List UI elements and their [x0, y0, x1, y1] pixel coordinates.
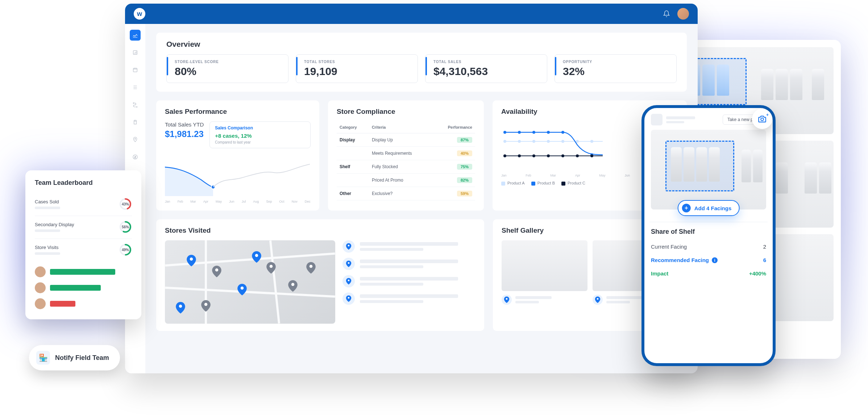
- svg-point-30: [241, 286, 244, 290]
- svg-point-11: [561, 140, 564, 143]
- gallery-item[interactable]: [502, 240, 587, 305]
- store-icon: 🏪: [36, 351, 50, 365]
- notifications-icon[interactable]: [663, 10, 670, 17]
- stores-visited-title: Stores Visited: [165, 227, 475, 235]
- availability-chart: [501, 121, 603, 172]
- svg-point-38: [348, 279, 350, 281]
- store-thumbnail-icon: [651, 114, 663, 125]
- location-pin-icon: [502, 295, 512, 305]
- info-icon[interactable]: i: [712, 257, 718, 263]
- svg-point-35: [310, 265, 313, 268]
- col-performance: Performance: [433, 121, 475, 133]
- nav-reports-icon[interactable]: [130, 47, 141, 58]
- table-row: DisplayDisplay Up 87%: [337, 133, 475, 147]
- svg-point-33: [204, 303, 208, 306]
- svg-point-14: [503, 131, 506, 134]
- svg-point-40: [506, 298, 508, 300]
- svg-point-12: [576, 140, 579, 143]
- nav-calendar-icon[interactable]: [130, 65, 141, 75]
- location-pin-icon: [342, 258, 355, 270]
- svg-point-7: [503, 140, 506, 143]
- overview-card: Overview STORE-LEVEL SCORE 80% TOTAL STO…: [156, 33, 687, 92]
- svg-point-20: [503, 154, 506, 157]
- nav-location-icon[interactable]: [130, 134, 141, 145]
- status-badge: 59%: [457, 191, 472, 196]
- app-logo: w: [134, 8, 145, 20]
- plus-icon: +: [682, 204, 691, 212]
- status-badge: 75%: [457, 164, 472, 170]
- user-bar: [50, 285, 101, 291]
- team-leaderboard-card: Team Leaderboard Cases Sold 43% Secondar…: [25, 170, 141, 319]
- leaderboard-user-row: [35, 282, 132, 293]
- status-badge: 40%: [457, 150, 472, 156]
- svg-point-26: [590, 154, 593, 157]
- camera-button[interactable]: +: [752, 109, 772, 129]
- svg-point-13: [590, 140, 593, 143]
- overview-title: Overview: [166, 40, 677, 49]
- svg-point-16: [532, 131, 535, 134]
- nav-product-icon[interactable]: [130, 117, 141, 128]
- gallery-image: [502, 240, 587, 291]
- nav-dashboard-icon[interactable]: [130, 30, 141, 41]
- impact-row: Impact +400%: [651, 270, 766, 277]
- kpi-label: TOTAL SALES: [433, 60, 488, 64]
- svg-point-24: [561, 154, 564, 157]
- stores-map[interactable]: [165, 240, 335, 324]
- comparison-subtitle: Compared to last year: [215, 140, 305, 144]
- leaderboard-title: Team Leaderboard: [35, 179, 132, 187]
- status-badge: 82%: [457, 177, 472, 183]
- add-facings-button[interactable]: + Add 4 Facings: [678, 200, 740, 216]
- store-compliance-panel: Store Compliance Category Criteria Perfo…: [328, 100, 484, 211]
- user-avatar: [35, 282, 46, 293]
- progress-ring: 43%: [119, 198, 132, 211]
- kpi-card: TOTAL SALES $4,310,563: [425, 54, 547, 83]
- svg-point-41: [597, 298, 598, 300]
- sales-performance-panel: Sales Performance Total Sales YTD $1,981…: [156, 100, 319, 211]
- comparison-title: Sales Comparison: [215, 125, 305, 130]
- svg-point-28: [255, 254, 258, 257]
- current-facing-row: Current Facing 2: [651, 244, 766, 250]
- svg-point-23: [547, 154, 550, 157]
- table-row: OtherExclusive? 59%: [337, 187, 475, 200]
- kpi-label: TOTAL STORES: [304, 60, 337, 64]
- status-badge: 87%: [457, 137, 472, 143]
- svg-point-39: [348, 297, 350, 299]
- add-facings-label: Add 4 Facings: [694, 205, 732, 211]
- kpi-card: TOTAL STORES 19,109: [296, 54, 418, 83]
- progress-ring: 56%: [119, 220, 132, 233]
- user-bar: [50, 301, 75, 307]
- user-avatar[interactable]: [677, 8, 689, 20]
- svg-point-4: [135, 138, 136, 140]
- location-pin-icon: [342, 293, 355, 305]
- svg-rect-1: [133, 68, 137, 72]
- table-row: ShelfFully Stocked 75%: [337, 160, 475, 174]
- progress-ring: 49%: [119, 243, 132, 256]
- svg-point-36: [348, 245, 350, 246]
- kpi-label: STORE-LEVEL SCORE: [175, 60, 219, 64]
- kpi-label: OPPORTUNITY: [563, 60, 592, 64]
- leaderboard-metric-row: Store Visits 49%: [35, 239, 132, 261]
- leaderboard-user-row: [35, 266, 132, 277]
- svg-point-31: [215, 268, 219, 271]
- compliance-title: Store Compliance: [337, 108, 475, 116]
- mobile-device: Take a new photo + Add 4 Facings Share o…: [641, 105, 776, 366]
- store-list-item[interactable]: [342, 240, 475, 253]
- col-category: Category: [337, 121, 369, 133]
- nav-route-icon[interactable]: [130, 99, 141, 110]
- nav-list-icon[interactable]: [130, 82, 141, 93]
- store-list-item[interactable]: [342, 275, 475, 287]
- plus-badge-icon: +: [766, 112, 769, 117]
- ytd-label: Total Sales YTD: [165, 121, 204, 128]
- notify-field-team-button[interactable]: 🏪 Notify Field Team: [29, 345, 120, 370]
- user-avatar: [35, 266, 46, 277]
- store-list-item[interactable]: [342, 258, 475, 270]
- leaderboard-user-row: [35, 298, 132, 309]
- svg-point-10: [547, 140, 550, 143]
- table-row: Meets Requirements 40%: [337, 147, 475, 160]
- svg-point-27: [190, 257, 193, 261]
- stores-visited-panel: Stores Visited: [156, 219, 484, 331]
- nav-money-icon[interactable]: [130, 152, 141, 162]
- sales-chart: [165, 153, 310, 196]
- leaderboard-metric-row: Secondary Display 56%: [35, 216, 132, 239]
- store-list-item[interactable]: [342, 293, 475, 305]
